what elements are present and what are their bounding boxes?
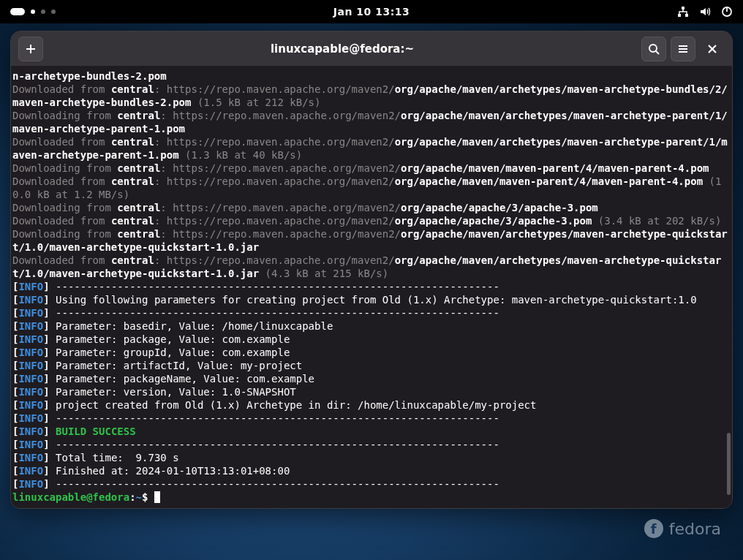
new-tab-button[interactable] <box>18 37 43 61</box>
svg-rect-2 <box>685 14 688 17</box>
fedora-watermark: f fedora <box>644 519 721 538</box>
svg-point-5 <box>649 45 657 52</box>
power-icon <box>721 6 733 18</box>
activities-indicator[interactable] <box>10 8 56 15</box>
svg-rect-0 <box>682 7 684 10</box>
network-icon <box>677 6 689 18</box>
scrollbar-thumb[interactable] <box>727 433 731 495</box>
gnome-top-bar: Jan 10 13:13 <box>0 0 743 23</box>
menu-button[interactable] <box>671 37 695 61</box>
close-button[interactable] <box>700 37 725 61</box>
fedora-logo-icon: f <box>644 519 663 538</box>
svg-rect-1 <box>678 14 681 17</box>
system-tray[interactable] <box>677 6 733 18</box>
scrollbar[interactable] <box>727 67 731 508</box>
search-button[interactable] <box>641 37 666 61</box>
titlebar: linuxcapable@fedora:~ <box>11 31 732 67</box>
volume-icon <box>699 6 711 18</box>
terminal-window: linuxcapable@fedora:~ n-archetype-bundle… <box>10 31 733 509</box>
window-title: linuxcapable@fedora:~ <box>49 42 635 56</box>
clock[interactable]: Jan 10 13:13 <box>333 6 410 18</box>
terminal-cursor <box>154 491 160 503</box>
terminal-output[interactable]: n-archetype-bundles-2.pomDownloaded from… <box>11 67 732 508</box>
fedora-watermark-text: fedora <box>669 520 721 538</box>
